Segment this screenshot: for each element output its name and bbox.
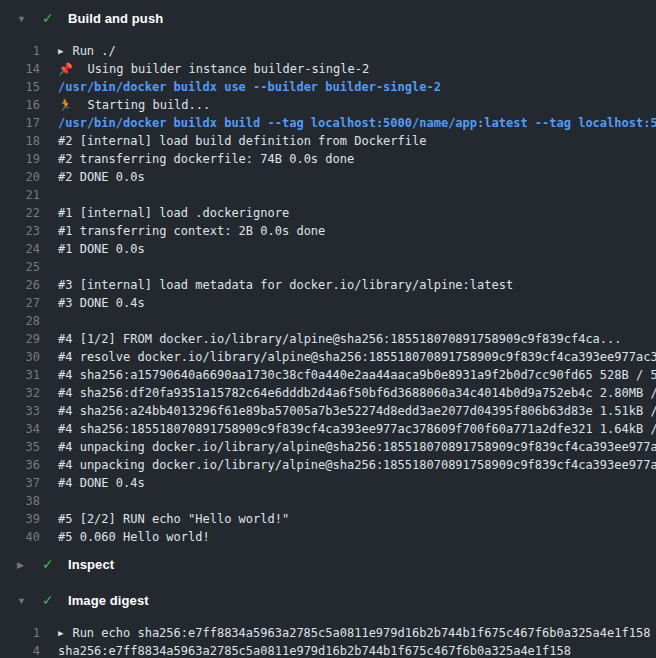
log-line: 15 /usr/bin/docker buildx use --builder … bbox=[0, 78, 656, 96]
section-title: Inspect bbox=[68, 558, 114, 571]
log-line: 34 #4 sha256:185518070891758909c9f839cf4… bbox=[0, 420, 656, 438]
line-number[interactable]: 14 bbox=[0, 60, 40, 78]
log-section-build-and-push: ▼ ✓ Build and push 1 ▶Run ./ 14 📌 Using … bbox=[0, 0, 656, 546]
line-number[interactable]: 1 bbox=[0, 624, 40, 642]
line-text: #2 DONE 0.0s bbox=[58, 168, 145, 186]
log-line: 14 📌 Using builder instance builder-sing… bbox=[0, 60, 656, 78]
success-check-icon: ✓ bbox=[42, 593, 57, 607]
section-title: Build and push bbox=[68, 12, 163, 25]
log-line: 1 ▶Run ./ bbox=[0, 42, 656, 60]
log-line: 4 sha256:e7ff8834a5963a2785c5a0811e979d1… bbox=[0, 642, 656, 658]
line-text-content: Run ./ bbox=[72, 44, 115, 58]
disclosure-triangle-icon[interactable]: ▼ bbox=[17, 14, 31, 23]
log-line: 17 /usr/bin/docker buildx build --tag lo… bbox=[0, 114, 656, 132]
section-body: 1 ▶Run ./ 14 📌 Using builder instance bu… bbox=[0, 36, 656, 546]
line-text: #4 sha256:a24bb4013296f61e89ba57005a7b3e… bbox=[58, 402, 656, 420]
log-line: 39 #5 [2/2] RUN echo "Hello world!" bbox=[0, 510, 656, 528]
line-text: ▶Run echo sha256:e7ff8834a5963a2785c5a08… bbox=[58, 624, 650, 642]
line-number[interactable]: 19 bbox=[0, 150, 40, 168]
log-line: 29 #4 [1/2] FROM docker.io/library/alpin… bbox=[0, 330, 656, 348]
line-text: ▶Run ./ bbox=[58, 42, 116, 60]
line-number[interactable]: 29 bbox=[0, 330, 40, 348]
log-line: 23 #1 transferring context: 2B 0.0s done bbox=[0, 222, 656, 240]
log-line: 40 #5 0.060 Hello world! bbox=[0, 528, 656, 546]
line-text: #3 [internal] load metadata for docker.i… bbox=[58, 276, 513, 294]
log-line: 18 #2 [internal] load build definition f… bbox=[0, 132, 656, 150]
line-number[interactable]: 37 bbox=[0, 474, 40, 492]
line-text: #1 DONE 0.0s bbox=[58, 240, 145, 258]
log-line: 32 #4 sha256:df20fa9351a15782c64e6dddb2d… bbox=[0, 384, 656, 402]
log-line: 24 #1 DONE 0.0s bbox=[0, 240, 656, 258]
line-number[interactable]: 23 bbox=[0, 222, 40, 240]
line-text: #3 DONE 0.4s bbox=[58, 294, 145, 312]
line-text: #1 [internal] load .dockerignore bbox=[58, 204, 289, 222]
line-number[interactable]: 24 bbox=[0, 240, 40, 258]
log-line: 36 #4 unpacking docker.io/library/alpine… bbox=[0, 456, 656, 474]
line-number[interactable]: 34 bbox=[0, 420, 40, 438]
line-text: #4 unpacking docker.io/library/alpine@sh… bbox=[58, 456, 656, 474]
line-number[interactable]: 21 bbox=[0, 186, 40, 204]
disclosure-triangle-icon[interactable]: ▼ bbox=[17, 596, 31, 605]
line-text: #4 sha256:185518070891758909c9f839cf4ca3… bbox=[58, 420, 656, 438]
line-number[interactable]: 39 bbox=[0, 510, 40, 528]
disclosure-triangle-icon[interactable]: ▶ bbox=[17, 560, 31, 569]
log-line: 28 bbox=[0, 312, 656, 330]
line-text: #4 resolve docker.io/library/alpine@sha2… bbox=[58, 348, 656, 366]
log-line: 25 bbox=[0, 258, 656, 276]
log-line: 30 #4 resolve docker.io/library/alpine@s… bbox=[0, 348, 656, 366]
line-text: #4 DONE 0.4s bbox=[58, 474, 145, 492]
line-text: #1 transferring context: 2B 0.0s done bbox=[58, 222, 325, 240]
line-number[interactable]: 35 bbox=[0, 438, 40, 456]
line-text: #5 [2/2] RUN echo "Hello world!" bbox=[58, 510, 289, 528]
line-number[interactable]: 1 bbox=[0, 42, 40, 60]
run-group-expand-icon[interactable]: ▶ bbox=[58, 624, 63, 642]
line-number[interactable]: 16 bbox=[0, 96, 40, 114]
section-header-inspect[interactable]: ▶ ✓ Inspect bbox=[0, 546, 656, 582]
log-line: 22 #1 [internal] load .dockerignore bbox=[0, 204, 656, 222]
log-line: 35 #4 unpacking docker.io/library/alpine… bbox=[0, 438, 656, 456]
success-check-icon: ✓ bbox=[42, 557, 57, 571]
line-text: #4 [1/2] FROM docker.io/library/alpine@s… bbox=[58, 330, 622, 348]
line-text: 📌 Using builder instance builder-single-… bbox=[58, 60, 369, 78]
line-text: 🏃 Starting build... bbox=[58, 96, 210, 114]
log-line: 38 bbox=[0, 492, 656, 510]
line-number[interactable]: 4 bbox=[0, 642, 40, 658]
line-text: #4 sha256:df20fa9351a15782c64e6dddb2d4a6… bbox=[58, 384, 656, 402]
section-header-image-digest[interactable]: ▼ ✓ Image digest bbox=[0, 582, 656, 618]
log-line: 1 ▶Run echo sha256:e7ff8834a5963a2785c5a… bbox=[0, 624, 656, 642]
section-body: 1 ▶Run echo sha256:e7ff8834a5963a2785c5a… bbox=[0, 618, 656, 658]
workflow-log-viewer: ▼ ✓ Build and push 1 ▶Run ./ 14 📌 Using … bbox=[0, 0, 656, 658]
line-number[interactable]: 32 bbox=[0, 384, 40, 402]
log-line: 37 #4 DONE 0.4s bbox=[0, 474, 656, 492]
line-text: #4 unpacking docker.io/library/alpine@sh… bbox=[58, 438, 656, 456]
log-line: 26 #3 [internal] load metadata for docke… bbox=[0, 276, 656, 294]
line-text: #4 sha256:a15790640a6690aa1730c38cf0a440… bbox=[58, 366, 656, 384]
line-text-content: Run echo sha256:e7ff8834a5963a2785c5a081… bbox=[72, 626, 650, 640]
line-number[interactable]: 25 bbox=[0, 258, 40, 276]
line-number[interactable]: 38 bbox=[0, 492, 40, 510]
run-group-expand-icon[interactable]: ▶ bbox=[58, 42, 63, 60]
line-text: /usr/bin/docker buildx build --tag local… bbox=[58, 114, 656, 132]
section-header-build-and-push[interactable]: ▼ ✓ Build and push bbox=[0, 0, 656, 36]
line-number[interactable]: 26 bbox=[0, 276, 40, 294]
log-section-inspect: ▶ ✓ Inspect bbox=[0, 546, 656, 582]
line-number[interactable]: 28 bbox=[0, 312, 40, 330]
line-number[interactable]: 20 bbox=[0, 168, 40, 186]
log-section-image-digest: ▼ ✓ Image digest 1 ▶Run echo sha256:e7ff… bbox=[0, 582, 656, 658]
line-text: #2 [internal] load build definition from… bbox=[58, 132, 426, 150]
line-number[interactable]: 22 bbox=[0, 204, 40, 222]
section-title: Image digest bbox=[68, 594, 149, 607]
line-number[interactable]: 36 bbox=[0, 456, 40, 474]
line-number[interactable]: 33 bbox=[0, 402, 40, 420]
line-number[interactable]: 27 bbox=[0, 294, 40, 312]
line-number[interactable]: 17 bbox=[0, 114, 40, 132]
line-number[interactable]: 31 bbox=[0, 366, 40, 384]
log-line: 31 #4 sha256:a15790640a6690aa1730c38cf0a… bbox=[0, 366, 656, 384]
log-line: 20 #2 DONE 0.0s bbox=[0, 168, 656, 186]
line-number[interactable]: 15 bbox=[0, 78, 40, 96]
success-check-icon: ✓ bbox=[42, 11, 57, 25]
line-number[interactable]: 18 bbox=[0, 132, 40, 150]
line-number[interactable]: 30 bbox=[0, 348, 40, 366]
line-number[interactable]: 40 bbox=[0, 528, 40, 546]
line-text: #5 0.060 Hello world! bbox=[58, 528, 210, 546]
